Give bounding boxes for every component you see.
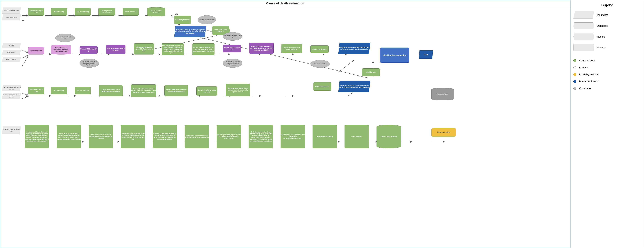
- svg-line-12: [22, 55, 28, 58]
- calc-diff-node: Calculate the difference between DisMod …: [131, 84, 156, 97]
- vital-reg-all-node: Vital registration data for all causes: [2, 85, 21, 91]
- legend-input-label: Input data: [597, 14, 608, 16]
- ylls-node: YLLs: [419, 50, 433, 59]
- select-countries-node: Select countries with the highest CSMR/p…: [134, 43, 154, 54]
- claims-node: Claims data: [2, 50, 21, 55]
- study-cov2-node: Study-level covariates: Claims data: [223, 32, 242, 41]
- dementia-frac-loc-node: Dementia mortality cause fraction by loc…: [164, 85, 188, 96]
- determine-95-node: Determine the 95th percentile of the dis…: [120, 125, 145, 148]
- icd-mapping1-node: ICD mapping: [51, 8, 67, 15]
- dementia-redist-node: Dementia Redistribution: [312, 125, 337, 148]
- surveillance-all-node: Surveillance data for all causes: [2, 93, 21, 99]
- garbage-code-node: Garbage code redistribution: [98, 8, 115, 15]
- initial-prev-node: Initial dementia prevalence estimates: [106, 45, 126, 54]
- apply-prop-node: Apply proportions by age/sex/cause to ca…: [216, 125, 241, 148]
- cohort-node: Cohort Studies: [2, 57, 21, 62]
- deaths-dismod-node: Deaths from Dismod: [310, 45, 328, 53]
- prop-dementia-node: Proportion of dementia deaths for redist…: [184, 125, 209, 148]
- emr-regression-node: EMR regression by age and sex using sele…: [162, 43, 184, 55]
- svg-line-29: [22, 93, 28, 95]
- cause-death-db-node: Cause of death database: [147, 7, 165, 16]
- noise-reduction-node: Noise reduction: [123, 8, 139, 15]
- legend-database: Database: [573, 22, 641, 29]
- cause-frac-redist-node: Cause fraction to be redistributed to de…: [280, 125, 305, 148]
- dismod2-node: Dismod-MR 2.1 (model 2): [223, 45, 241, 52]
- vital-reg-node: Vital registration data: [2, 7, 21, 13]
- country-cov1-node: Country-level covariates: Education Smok…: [80, 59, 99, 68]
- adjusted-deaths-node: Adjusted deaths by location/year/age/sex…: [338, 43, 370, 54]
- legend-burden: Burden estimation: [573, 80, 641, 83]
- legend-panel: Legend Input data Database Results: [570, 0, 644, 248]
- noise-reduction2-node: Noise reduction: [344, 125, 369, 148]
- codem1-node: CODEm (model 1): [174, 15, 191, 24]
- diagram-area: Cause of death estimation: [0, 0, 570, 248]
- death-certs-node: For death certificates that have dementi…: [24, 125, 49, 148]
- study-cov1-node: Study-level covariates: Claims data: [55, 34, 75, 42]
- legend-nonfatal: Nonfatal: [573, 66, 641, 69]
- svg-line-11: [22, 50, 28, 53]
- cause-death-db2-node: Cause of death database: [376, 125, 401, 148]
- legend-covariates-label: Covariates: [579, 87, 591, 90]
- legend-nonfatal-label: Nonfatal: [579, 66, 588, 69]
- bound-prop-node: Bound the proportions by the 95% percent…: [152, 125, 177, 148]
- scale-cause-node: Scale the cause fraction to be redistrib…: [248, 125, 273, 148]
- deaths-location-node: Deaths by location/year/ age/sex due to …: [249, 43, 274, 54]
- legend-input-data: Input data: [573, 11, 641, 18]
- svg-line-30: [22, 97, 28, 99]
- svg-line-26: [338, 60, 354, 72]
- standardize2-node: Standardize input data: [28, 87, 44, 94]
- surveys-node: Surveys: [2, 43, 21, 48]
- dementia-frac-retrieve-node: Dementia cause fraction to be retrieved …: [226, 84, 250, 96]
- legend-cause-death: Cause of death: [573, 59, 641, 62]
- cod-correct-node: CodCorrect: [362, 68, 380, 76]
- age-sex-split1-node: Age-sex splitting: [75, 8, 91, 15]
- legend-process: Process: [573, 44, 641, 51]
- excess-mortality-node: Excess mortality estimates by age and se…: [192, 43, 214, 55]
- standardize1-node: Standardize input data: [28, 8, 44, 15]
- location-cov-node: Location-level covariates: [198, 15, 216, 24]
- legend-database-label: Database: [597, 24, 608, 27]
- cause-death-before-node: Cause of death data before redistributio…: [99, 85, 123, 96]
- nonfatal-db-node: Nonfatal database (prevalence, incidence…: [51, 45, 71, 54]
- unadjusted-codem-node: Unadjusted deaths by location/year/age/s…: [174, 26, 206, 37]
- final-burden-node: Final burden estimation: [380, 47, 409, 63]
- legend-covariates: Covariates: [573, 87, 641, 90]
- select-causes-node: Select the causes, where cause-distribut…: [88, 125, 113, 148]
- legend-burden-label: Burden estimation: [579, 80, 599, 83]
- diagram-title: Cause of death estimation: [0, 0, 570, 7]
- country-cov2-node: Country-level covariates: Education Smok…: [223, 59, 242, 68]
- legend-cause-death-label: Cause of death: [579, 59, 596, 62]
- multiple-cod-node: Multiple Cause of Death Data: [2, 126, 21, 134]
- divide-dismod-node: Divide by DisMod all cause mortality: [196, 86, 217, 95]
- legend-results-label: Results: [597, 35, 605, 38]
- legend-disability-label: Disability weights: [579, 73, 598, 76]
- legend-disability: Disability weights: [573, 73, 641, 76]
- log-linear-node: Log-linear interpolation of years 1980-2…: [281, 44, 302, 53]
- legend-results: Results: [573, 33, 641, 40]
- legend-process-label: Process: [597, 46, 606, 49]
- legend-title: Legend: [573, 3, 641, 7]
- ref-table-node: Reference table: [432, 88, 454, 100]
- ref-life-node: Reference life table: [310, 60, 330, 68]
- surveillance-node: Surveillance data: [2, 14, 21, 20]
- icd-mapping2-node: ICD mapping: [51, 87, 67, 94]
- svg-line-13: [22, 56, 28, 67]
- codem2-node: CODEm (model 2): [313, 82, 331, 91]
- disability-weights-node: Reference table: [432, 128, 456, 137]
- age-sex-split3-node: Age-sex splitting: [75, 87, 91, 94]
- dismod1-node: Dismod-MR 2.1 (model 1): [80, 46, 98, 54]
- age-sex-split2-node: Age-sex splitting: [28, 47, 44, 54]
- main-container: Cause of death estimation: [0, 0, 644, 248]
- for-each-cause-node: For each cause calculate the number of c…: [56, 125, 81, 148]
- unadjusted2-node: Unadjusted deaths by location/year/age/s…: [338, 81, 370, 92]
- svg-line-7: [171, 14, 178, 15]
